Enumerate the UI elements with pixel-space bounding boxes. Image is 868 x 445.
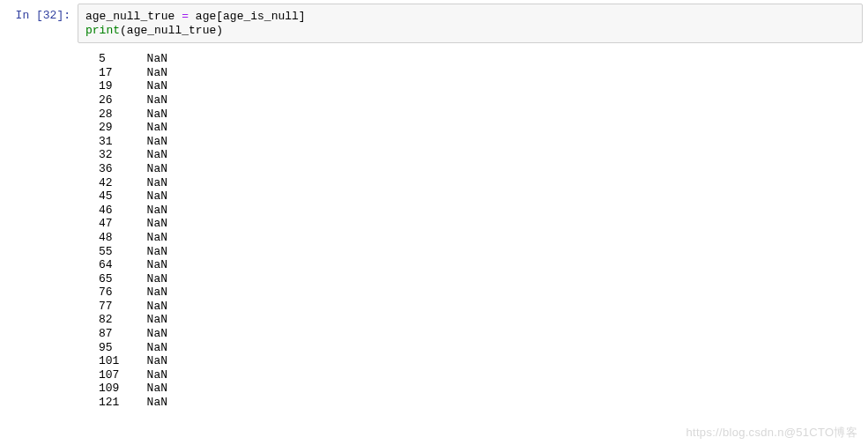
code-token: age[age_is_null] [189,10,306,23]
output-row: 5 NaN 17 NaN 19 NaN 26 NaN 28 NaN 29 NaN… [0,43,868,412]
code-token: ) [216,24,223,37]
code-token: age_null_true [127,24,216,37]
code-input-area[interactable]: age_null_true = age[age_is_null] print(a… [78,4,863,43]
code-token: ( [120,24,127,37]
output-area: 5 NaN 17 NaN 19 NaN 26 NaN 28 NaN 29 NaN… [78,43,174,412]
code-cell: In [32]: age_null_true = age[age_is_null… [0,0,868,43]
code-token: age_null_true [85,10,182,23]
code-token: = [182,10,189,23]
input-prompt: In [32]: [0,4,78,43]
code-token: print [85,24,120,37]
